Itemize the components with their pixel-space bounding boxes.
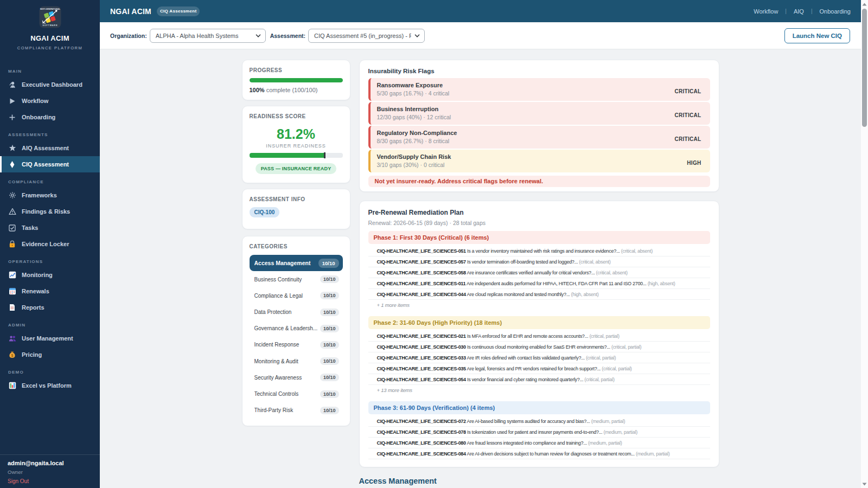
sidebar-item-pricing[interactable]: $ Pricing (0, 346, 100, 363)
vertical-scrollbar[interactable] (861, 0, 868, 488)
item-status: (medium, partial) (591, 419, 625, 424)
item-code: CIQ-HEALTHCARE_LIFE_SCIENCES-057 (377, 259, 466, 265)
category-count-badge: 10/10 (320, 292, 339, 299)
readiness-card-title: READINESS SCORE (250, 113, 343, 119)
nav-link-onboarding[interactable]: Onboarding (820, 8, 851, 15)
topbar-nav: Workflow | AIQ | Onboarding (754, 8, 851, 15)
nav-link-workflow[interactable]: Workflow (754, 8, 778, 15)
assessment-info-card: ASSESSMENT INFO CIQ-100 (242, 189, 350, 229)
category-access-management[interactable]: Access Management 10/10 (250, 255, 343, 271)
progress-caption: complete (100/100) (266, 87, 318, 93)
progress-bar-fill (250, 78, 343, 82)
nav-link-aiq[interactable]: AIQ (794, 8, 804, 15)
scrollbar-down-arrow[interactable] (861, 480, 868, 487)
sidebar-item-frameworks[interactable]: Frameworks (0, 187, 100, 203)
gear-icon (8, 191, 16, 200)
assessment-select[interactable]: CIQ Assessment #5 (in_progress) - Re (308, 29, 425, 43)
sidebar-item-executive-dashboard[interactable]: Executive Dashboard (0, 76, 100, 93)
category-business-continuity[interactable]: Business Continuity 10/10 (250, 271, 343, 287)
categories-card-title: CATEGORIES (250, 243, 343, 249)
lock-icon (8, 240, 16, 248)
categories-list: Access Management 10/10 Business Continu… (250, 255, 343, 419)
sidebar-item-findings-risks[interactable]: Findings & Risks (0, 203, 100, 220)
risk-flags-title: Insurability Risk Flags (368, 68, 710, 74)
item-text: Are AI-driven decisions subject to human… (467, 451, 634, 457)
categories-card: CATEGORIES Access Management 10/10 Busin… (242, 236, 350, 426)
remediation-card: Pre-Renewal Remediation Plan Renewal: 20… (359, 201, 719, 467)
sidebar-item-tasks[interactable]: Tasks (0, 220, 100, 236)
item-code: CIQ-HEALTHCARE_LIFE_SCIENCES-035 (377, 366, 466, 371)
category-compliance-legal[interactable]: Compliance & Legal 10/10 (250, 287, 343, 304)
item-text: Is tokenization used for patient and ins… (467, 429, 602, 435)
category-incident-response[interactable]: Incident Response 10/10 (250, 337, 343, 353)
topbar-badge: CIQ Assessment (157, 7, 200, 16)
chart-up-icon (8, 271, 16, 279)
sidebar-item-renewals[interactable]: Renewals (0, 283, 100, 299)
risk-flag-ransomware: Ransomware Exposure 5/30 gaps (16.7%) · … (368, 78, 710, 101)
organization-select[interactable]: ALPHA - Alpha Health Systems (150, 29, 266, 43)
barchart-icon (8, 382, 16, 390)
sidebar-item-excel-vs-platform[interactable]: Excel vs Platform (0, 377, 100, 394)
sidebar-item-aiq-assessment[interactable]: AIQ Assessment (0, 140, 100, 156)
sidebar-item-monitoring[interactable]: Monitoring (0, 267, 100, 283)
sidebar-section-admin: ADMIN (0, 316, 100, 330)
category-security-awareness[interactable]: Security Awareness 10/10 (250, 369, 343, 386)
category-count-badge: 10/10 (320, 390, 339, 398)
sidebar-item-label: CIQ Assessment (22, 161, 69, 168)
progress-text: 100% complete (100/100) (250, 87, 343, 93)
item-code: CIQ-HEALTHCARE_LIFE_SCIENCES-051 (377, 248, 466, 254)
sidebar-item-user-management[interactable]: User Management (0, 330, 100, 346)
chevron-down-icon (411, 34, 420, 37)
sidebar-item-label: Excel vs Platform (22, 382, 72, 389)
calendar-icon (8, 287, 16, 296)
remediation-item: CIQ-HEALTHCARE_LIFE_SCIENCES-035 Are leg… (368, 363, 710, 374)
remediation-item: CIQ-HEALTHCARE_LIFE_SCIENCES-057 Is vend… (368, 256, 710, 267)
sidebar-item-label: User Management (22, 335, 73, 342)
item-text: Are AI-based billing systems audited for… (467, 419, 590, 424)
item-status: (critical, partial) (602, 366, 631, 371)
category-third-party-risk[interactable]: Third-Party Risk 10/10 (250, 402, 343, 419)
sidebar-item-onboarding[interactable]: Onboarding (0, 109, 100, 125)
sidebar-item-label: Evidence Locker (22, 241, 69, 247)
category-monitoring-audit[interactable]: Monitoring & Audit 10/10 (250, 353, 343, 369)
risk-flags-card: Insurability Risk Flags Ransomware Expos… (359, 60, 719, 192)
sign-out-link[interactable]: Sign Out (8, 478, 92, 484)
flag-severity: HIGH (687, 160, 701, 166)
readiness-score-label: INSURER READINESS (250, 143, 343, 149)
moneybag-icon: $ (8, 351, 16, 359)
scrollbar-thumb[interactable] (862, 9, 867, 127)
category-technical-controls[interactable]: Technical Controls 10/10 (250, 386, 343, 402)
sidebar-item-label: Tasks (22, 224, 38, 231)
item-code: CIQ-HEALTHCARE_LIFE_SCIENCES-030 (377, 344, 466, 350)
scrollbar-up-arrow[interactable] (861, 1, 868, 8)
item-status: (critical, absent) (621, 248, 653, 254)
sidebar-item-label: AIQ Assessment (22, 145, 69, 151)
people-icon (8, 335, 16, 343)
category-data-protection[interactable]: Data Protection 10/10 (250, 304, 343, 320)
launch-new-ciq-button[interactable]: Launch New CIQ (784, 28, 850, 43)
sidebar-item-reports[interactable]: Reports (0, 299, 100, 316)
sidebar-subtitle: COMPLIANCE PLATFORM (0, 46, 100, 50)
category-governance-leadership[interactable]: Governance & Leadersh... 10/10 (250, 320, 343, 337)
checkbox-icon (8, 224, 16, 232)
remediation-item: CIQ-HEALTHCARE_LIFE_SCIENCES-044 Are clo… (368, 289, 710, 300)
phase-3-header: Phase 3: 61-90 Days (Verification) (4 it… (368, 401, 710, 414)
assessment-id-badge: CIQ-100 (250, 207, 280, 217)
remediation-item: CIQ-HEALTHCARE_LIFE_SCIENCES-072 Are AI-… (368, 416, 710, 427)
category-label: Incident Response (254, 342, 317, 348)
item-text: Are cloud replicas monitored and tested … (467, 292, 570, 297)
flag-detail: 3/10 gaps (30%) · 0 critical (377, 162, 451, 168)
sidebar-section-demo: DEMO (0, 363, 100, 377)
item-code: CIQ-HEALTHCARE_LIFE_SCIENCES-033 (377, 355, 466, 361)
svg-text:$: $ (11, 354, 14, 358)
flag-severity: CRITICAL (674, 112, 701, 118)
remediation-item: CIQ-HEALTHCARE_LIFE_SCIENCES-058 Are ins… (368, 267, 710, 278)
category-count-badge: 10/10 (320, 341, 339, 349)
remediation-subtitle: Renewal: 2026-06-15 (89 days) · 28 total… (368, 220, 710, 226)
risk-flag-regulatory: Regulatory Non-Compliance 8/30 gaps (26.… (368, 126, 710, 149)
sidebar-item-workflow[interactable]: Workflow (0, 93, 100, 109)
sidebar-item-ciq-assessment[interactable]: CIQ Assessment (0, 156, 100, 172)
progress-percent: 100% (250, 87, 265, 93)
sidebar-item-evidence-locker[interactable]: Evidence Locker (0, 236, 100, 252)
category-label: Data Protection (254, 309, 317, 315)
